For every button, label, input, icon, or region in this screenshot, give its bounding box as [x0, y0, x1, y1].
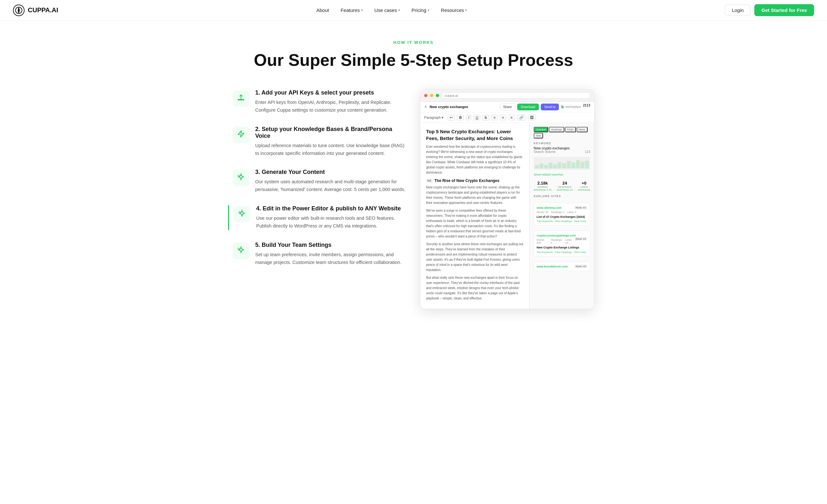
- share-button[interactable]: Share: [500, 104, 516, 110]
- site-3-url[interactable]: www.knowbitcoin.com: [537, 265, 568, 268]
- nav-pricing[interactable]: Pricing ▾: [407, 5, 434, 15]
- site-2-title: New Crypto Exchange Listings: [537, 245, 587, 250]
- keyword-section: Keyword New crypto exchanges Search Volu…: [534, 142, 590, 154]
- site-2-url[interactable]: cryptocurrencypairings.com: [537, 234, 576, 237]
- article-paragraph-1: Ever wondered how the landscape of crypt…: [426, 144, 523, 175]
- tab-faqs[interactable]: FAQs: [565, 127, 576, 132]
- article-title: Top 5 New Crypto Exchanges: Lower Fees, …: [426, 128, 523, 142]
- browser-maximize-dot[interactable]: [436, 94, 439, 97]
- volume-chart: [534, 157, 590, 170]
- headings-stat: 24 HEADINGS AVERAGE 13: [557, 181, 573, 191]
- step-2-icon-wrap: [233, 126, 249, 143]
- step-1-icon-wrap: [233, 90, 249, 107]
- browser-close-dot[interactable]: [424, 94, 427, 97]
- chevron-down-icon: ▾: [361, 8, 363, 12]
- step-2-desc: Upload reference materials to tune conte…: [255, 142, 407, 158]
- chart-bar: [576, 160, 580, 168]
- tab-wiki[interactable]: Wiki: [534, 133, 543, 138]
- undo-button[interactable]: ↩: [447, 115, 455, 121]
- send-to-button[interactable]: Send to: [541, 104, 559, 110]
- chart-bar: [548, 163, 552, 168]
- upload-icon: [237, 94, 245, 103]
- chart-bar: [572, 163, 575, 168]
- step-5-title: 5. Build Your Team Settings: [255, 242, 407, 248]
- italic-button[interactable]: I: [466, 115, 471, 120]
- editor-keyword: New crypto exchanges: [430, 105, 468, 109]
- step-4-desc: Use our power editor with built-in resea…: [256, 215, 407, 230]
- align-left-button[interactable]: ≡: [491, 115, 497, 120]
- chart-bar: [567, 161, 571, 168]
- search-volume-value: 110: [585, 150, 590, 154]
- article-paragraph-5: But what really sets these new exchanges…: [426, 275, 523, 301]
- step-2-title: 2. Setup your Knowledge Bases & Brand/Pe…: [255, 126, 407, 139]
- search-volume-label: Search Volume: [534, 150, 556, 154]
- sparkle3-icon: [237, 246, 245, 256]
- chart-bar: [539, 164, 543, 168]
- show-related-searches[interactable]: Show related searches: [534, 173, 590, 176]
- document-area[interactable]: Top 5 New Crypto Exchanges: Lower Fees, …: [420, 123, 530, 309]
- logo-icon: [13, 4, 25, 16]
- paragraph-selector[interactable]: Paragraph ▾: [424, 115, 444, 120]
- site-1-url[interactable]: www.skimmy.com: [537, 206, 562, 209]
- content-grid: 1. Add your API Keys & select your prese…: [233, 90, 594, 309]
- chart-bar: [585, 161, 589, 168]
- align-center-button[interactable]: ≡: [500, 115, 506, 120]
- format-tools: ↩ B I U S̶ ≡ ≡ ≡ 🔗 🖼: [447, 115, 536, 121]
- step-2-content: 2. Setup your Knowledge Bases & Brand/Pe…: [255, 126, 407, 158]
- tab-overdue[interactable]: Overdue: [534, 127, 548, 132]
- nav-links: About Features ▾ Use cases ▾ Pricing ▾ R…: [312, 5, 471, 15]
- bolt-icon: [237, 130, 245, 140]
- download-button[interactable]: Download: [517, 104, 538, 110]
- chevron-down-icon: ▾: [428, 8, 429, 12]
- browser-url-bar[interactable]: cuppa.ai: [442, 92, 590, 99]
- nav-resources[interactable]: Resources ▾: [436, 5, 472, 15]
- steps-column: 1. Add your API Keys & select your prese…: [233, 90, 407, 267]
- strikethrough-button[interactable]: S̶: [482, 115, 489, 121]
- link-button[interactable]: 🔗: [517, 115, 526, 121]
- browser-minimize-dot[interactable]: [430, 94, 433, 97]
- chart-bar: [562, 163, 566, 168]
- step-1-content: 1. Add your API Keys & select your prese…: [255, 90, 407, 114]
- editor-actions: Share Download Send to 🏪 Marketplace 211…: [500, 104, 590, 110]
- tab-news[interactable]: News: [577, 127, 588, 132]
- nav-use-cases[interactable]: Use cases ▾: [370, 5, 404, 15]
- step-5-desc: Set up team preferences, invite members,…: [255, 251, 407, 267]
- bold-button[interactable]: B: [457, 115, 464, 120]
- step-4: 4. Edit in the Power Editor & publish to…: [228, 205, 407, 230]
- step-3-content: 3. Generate Your Content Our system uses…: [255, 169, 407, 193]
- underline-button[interactable]: U: [473, 115, 480, 120]
- site-card-3: www.knowbitcoin.com Rank: #5: [534, 262, 590, 271]
- navbar: CUPPA.AI About Features ▾ Use cases ▾ Pr…: [0, 0, 827, 21]
- marketplace-badge: 🏪 Marketplace: [561, 104, 581, 110]
- explore-label: Explore Sites: [534, 194, 590, 198]
- logo[interactable]: CUPPA.AI: [13, 4, 58, 16]
- nav-features[interactable]: Features ▾: [336, 5, 367, 15]
- step-5: 5. Build Your Team Settings Set up team …: [233, 242, 407, 267]
- step-1-title: 1. Add your API Keys & select your prese…: [255, 90, 407, 96]
- browser-chrome: cuppa.ai: [420, 90, 594, 102]
- nav-about[interactable]: About: [312, 5, 333, 15]
- section-title: Our Super Simple 5-Step Setup Process: [233, 51, 594, 70]
- login-button[interactable]: Login: [725, 4, 750, 16]
- site-card-1: www.skimmy.com Rank: #1 Words: 32 Headin…: [534, 203, 590, 226]
- get-started-button[interactable]: Get Started for Free: [754, 4, 814, 16]
- article-paragraph-4: Security is another area where these new…: [426, 242, 523, 273]
- list-button[interactable]: ≡: [508, 115, 515, 120]
- chevron-down-icon: ▾: [465, 8, 467, 12]
- seo-sidebar: Overdue Headings FAQs News Wiki Keyword …: [530, 123, 594, 309]
- tab-headings[interactable]: Headings: [549, 127, 564, 132]
- site-card-2: cryptocurrencypairings.com Rank: #4 Word…: [534, 231, 590, 257]
- keyword-value: New crypto exchanges: [534, 146, 590, 150]
- sparkle-icon: [237, 173, 245, 183]
- share-count: 2113: [583, 104, 590, 110]
- step-5-content: 5. Build Your Team Settings Set up team …: [255, 242, 407, 267]
- nav-right: Login Get Started for Free: [725, 4, 814, 16]
- image-button[interactable]: 🖼: [528, 115, 536, 120]
- step-3-desc: Our system uses automated research and m…: [255, 178, 407, 193]
- site-1-links: Top Keywords View Headings View Links: [537, 220, 587, 223]
- step-3: 3. Generate Your Content Our system uses…: [233, 169, 407, 193]
- site-1-stats: Words: 32 Headings: 2 Links: 0: [537, 211, 587, 214]
- step-2: 2. Setup your Knowledge Bases & Brand/Pe…: [233, 126, 407, 158]
- close-button[interactable]: ✕: [424, 105, 427, 109]
- chart-bar: [581, 162, 584, 168]
